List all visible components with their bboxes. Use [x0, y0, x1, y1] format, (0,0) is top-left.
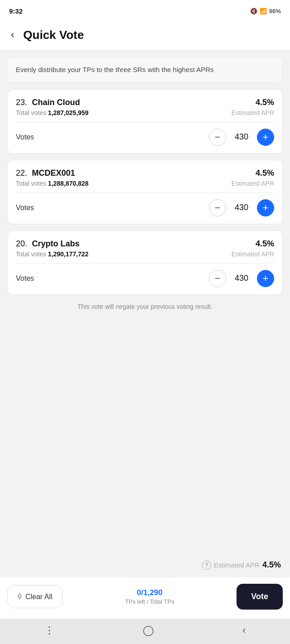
votes-value-2: 430	[232, 203, 251, 212]
sr-name-row: 23. Chain Cloud	[16, 98, 80, 107]
tp-left: 0	[137, 588, 141, 597]
back-button[interactable]: ‹	[7, 27, 18, 43]
increment-button-1[interactable]: +	[257, 129, 274, 146]
content-area: Evenly distribute your TPs to the three …	[0, 50, 290, 577]
increment-button-2[interactable]: +	[257, 199, 274, 216]
sr-card-chain-cloud: 23. Chain Cloud 4.5% Total votes 1,287,0…	[7, 89, 283, 154]
nav-bar: ⋮ ◯ ‹	[0, 619, 290, 644]
sr-name-2: MCDEX001	[32, 168, 75, 178]
nav-back-icon[interactable]: ‹	[242, 625, 246, 636]
sr-name-row-2: 22. MCDEX001	[16, 168, 75, 178]
sr-card-mcdex001: 22. MCDEX001 4.5% Total votes 1,288,870,…	[7, 160, 283, 224]
clear-all-label: Clear All	[25, 593, 53, 601]
sr-apr-1: 4.5%	[256, 98, 274, 107]
sr-total-votes-3: Total votes 1,290,177,722	[16, 250, 88, 258]
sr-rank-3: 20.	[16, 239, 27, 248]
sr-votes-label-2: Votes	[16, 204, 34, 212]
bottom-apr-value: 4.5%	[262, 560, 281, 570]
negate-warning: This vote will negate your previous voti…	[7, 301, 283, 314]
status-time: 9:32	[9, 7, 23, 15]
tp-total: 1,290	[143, 588, 163, 597]
votes-value-1: 430	[232, 132, 251, 142]
sr-rank-1: 23.	[16, 98, 27, 107]
sr-name-3: Crypto Labs	[32, 239, 79, 248]
decrement-button-3[interactable]: −	[209, 270, 226, 287]
wifi-icon: 📶	[260, 8, 267, 14]
sr-divider-1	[16, 122, 274, 122]
sr-apr-2: 4.5%	[256, 168, 274, 178]
info-banner-text: Evenly distribute your TPs to the three …	[16, 66, 214, 73]
sr-name-1: Chain Cloud	[32, 98, 80, 107]
sr-votes-label-3: Votes	[16, 274, 34, 283]
sr-rank-2: 22.	[16, 168, 27, 178]
help-icon[interactable]: ?	[202, 561, 211, 570]
bottom-bar: ◊ Clear All 0/1,290 TPs left / Total TPs…	[0, 577, 290, 619]
page-title: Quick Vote	[23, 28, 84, 42]
header: ‹ Quick Vote	[0, 20, 290, 50]
eraser-icon: ◊	[18, 592, 22, 601]
sr-est-apr-label-1: Estimated APR	[232, 109, 274, 116]
bottom-apr-label: Estimated APR	[214, 561, 260, 569]
sr-name-row-3: 20. Crypto Labs	[16, 239, 80, 249]
votes-value-3: 430	[232, 274, 251, 283]
sr-divider-2	[16, 192, 274, 193]
sr-est-apr-label-3: Estimated APR	[232, 250, 274, 258]
bottom-apr-row: ? Estimated APR 4.5%	[7, 557, 283, 570]
sr-total-votes-1: Total votes 1,287,025,959	[16, 109, 88, 116]
votes-control-2: − 430 +	[209, 199, 274, 216]
clear-all-button[interactable]: ◊ Clear All	[7, 585, 63, 608]
sr-divider-3	[16, 263, 274, 264]
nav-home-icon[interactable]: ◯	[143, 625, 154, 636]
tp-counts: 0/1,290	[68, 588, 231, 597]
tp-label: TPs left / Total TPs	[68, 598, 231, 605]
sr-votes-label-1: Votes	[16, 133, 34, 141]
status-bar: 9:32 🔇 📶 86%	[0, 0, 290, 20]
decrement-button-2[interactable]: −	[209, 199, 226, 216]
mute-icon: 🔇	[250, 8, 257, 14]
battery-label: 86%	[269, 8, 281, 14]
sr-est-apr-label-2: Estimated APR	[232, 180, 274, 187]
increment-button-3[interactable]: +	[257, 270, 274, 287]
sr-card-crypto-labs: 20. Crypto Labs 4.5% Total votes 1,290,1…	[7, 231, 283, 295]
nav-menu-icon[interactable]: ⋮	[44, 625, 54, 636]
votes-control-1: − 430 +	[209, 129, 274, 146]
sr-total-votes-2: Total votes 1,288,870,828	[16, 180, 88, 187]
tp-info: 0/1,290 TPs left / Total TPs	[68, 588, 231, 605]
decrement-button-1[interactable]: −	[209, 129, 226, 146]
sr-apr-3: 4.5%	[256, 239, 274, 249]
votes-control-3: − 430 +	[209, 270, 274, 287]
vote-button[interactable]: Vote	[237, 584, 283, 610]
info-banner: Evenly distribute your TPs to the three …	[7, 57, 283, 83]
status-icons: 🔇 📶 86%	[250, 8, 281, 14]
